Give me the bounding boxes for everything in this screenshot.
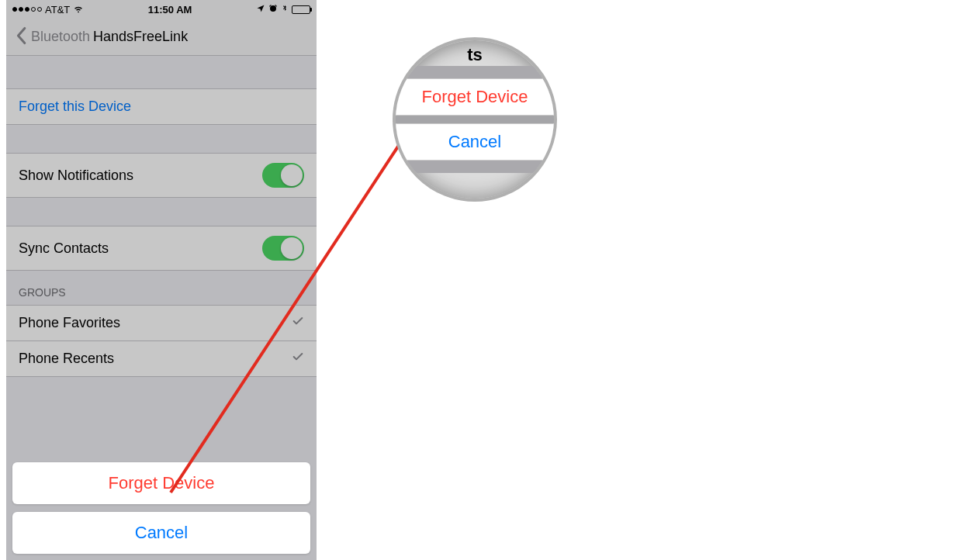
phone-recents-label: Phone Recents (19, 351, 114, 367)
bluetooth-icon (281, 4, 289, 16)
status-right (256, 4, 310, 16)
status-left: AT&T (12, 3, 84, 16)
magnifier-callout: ts Forget Device Cancel (393, 37, 557, 202)
callout-partial-text: ts (467, 45, 483, 65)
callout-forget-button[interactable]: Forget Device (393, 78, 557, 116)
checkmark-icon (292, 315, 304, 331)
phone-screen: AT&T 11:50 AM Bluetooth HandsFreeLink (6, 0, 317, 560)
battery-icon (292, 5, 310, 14)
checkmark-icon (292, 351, 304, 367)
forget-device-button[interactable]: Forget Device (12, 462, 310, 504)
alarm-icon (268, 4, 278, 16)
nav-bar: Bluetooth HandsFreeLink (6, 19, 317, 56)
status-bar: AT&T 11:50 AM (6, 0, 317, 19)
sync-contacts-label: Sync Contacts (19, 240, 109, 257)
location-icon (256, 4, 265, 16)
show-notifications-row: Show Notifications (6, 153, 317, 198)
carrier-label: AT&T (45, 4, 70, 16)
callout-cancel-button[interactable]: Cancel (393, 123, 557, 161)
time-label: 11:50 AM (148, 4, 192, 16)
phone-recents-row[interactable]: Phone Recents (6, 340, 317, 377)
phone-favorites-label: Phone Favorites (19, 315, 120, 331)
back-chevron-icon[interactable] (14, 26, 28, 48)
settings-content: Forget this Device Show Notifications Sy… (6, 56, 317, 377)
sync-contacts-row: Sync Contacts (6, 226, 317, 271)
back-label[interactable]: Bluetooth (31, 29, 90, 45)
nav-title: HandsFreeLink (93, 29, 188, 45)
show-notifications-label: Show Notifications (19, 168, 133, 184)
show-notifications-toggle[interactable] (262, 163, 304, 188)
forget-device-label: Forget this Device (19, 99, 131, 115)
signal-strength-icon (12, 7, 42, 12)
wifi-icon (73, 3, 84, 16)
groups-header: GROUPS (6, 271, 317, 305)
action-sheet: Forget Device Cancel (12, 455, 310, 554)
sync-contacts-toggle[interactable] (262, 236, 304, 261)
cancel-button[interactable]: Cancel (12, 512, 310, 554)
phone-favorites-row[interactable]: Phone Favorites (6, 305, 317, 341)
forget-device-link[interactable]: Forget this Device (6, 88, 317, 125)
